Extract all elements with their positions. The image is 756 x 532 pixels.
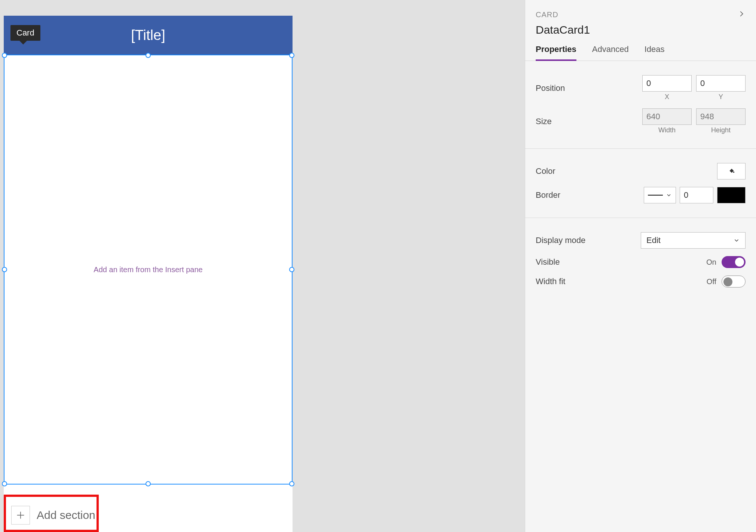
canvas-area: [Title] Card Add an item from the Insert… (0, 0, 525, 532)
border-style-line-icon (648, 195, 663, 196)
display-mode-dropdown[interactable]: Edit (641, 232, 746, 249)
visible-toggle[interactable] (722, 256, 746, 268)
width-fit-state-label: Off (707, 277, 716, 286)
datacard-selection[interactable]: Add an item from the Insert pane (4, 55, 293, 485)
fill-bucket-icon (727, 166, 735, 176)
chevron-right-icon[interactable] (737, 10, 746, 20)
card-title: [Title] (131, 27, 165, 43)
properties-panel: CARD DataCard1 Properties Advanced Ideas… (525, 0, 756, 532)
chevron-down-icon (733, 237, 740, 244)
width-fit-label: Width fit (536, 277, 565, 286)
add-section-button[interactable]: Add section (4, 497, 293, 532)
width-fit-toggle[interactable] (722, 276, 746, 287)
tab-properties[interactable]: Properties (536, 44, 576, 61)
resize-handle-middle-left[interactable] (2, 267, 7, 272)
border-width-input[interactable] (680, 187, 713, 203)
plus-icon (11, 506, 30, 525)
position-label: Position (536, 83, 565, 93)
tab-advanced[interactable]: Advanced (592, 44, 629, 61)
card-tooltip: Card (10, 25, 40, 41)
resize-handle-top-middle[interactable] (146, 53, 151, 58)
resize-handle-bottom-middle[interactable] (146, 481, 151, 486)
size-label: Size (536, 117, 552, 126)
size-width-input[interactable] (642, 108, 692, 125)
panel-control-name: DataCard1 (536, 24, 746, 36)
visible-state-label: On (706, 258, 716, 267)
panel-type-label: CARD (536, 10, 558, 19)
svg-point-2 (733, 172, 735, 173)
border-style-dropdown[interactable] (644, 187, 676, 203)
size-height-sublabel: Height (696, 126, 746, 134)
panel-tabs: Properties Advanced Ideas (525, 44, 756, 61)
size-width-sublabel: Width (642, 126, 692, 134)
display-mode-label: Display mode (536, 236, 585, 245)
position-y-sublabel: Y (696, 93, 746, 101)
resize-handle-middle-right[interactable] (289, 267, 294, 272)
color-picker-button[interactable] (717, 163, 746, 179)
visible-label: Visible (536, 257, 560, 267)
resize-handle-bottom-right[interactable] (289, 481, 294, 486)
position-y-input[interactable] (696, 75, 746, 92)
resize-handle-top-left[interactable] (2, 53, 7, 58)
resize-handle-top-right[interactable] (289, 53, 294, 58)
position-x-input[interactable] (642, 75, 692, 92)
datacard-placeholder: Add an item from the Insert pane (94, 265, 202, 274)
position-x-sublabel: X (642, 93, 692, 101)
resize-handle-bottom-left[interactable] (2, 481, 7, 486)
color-label: Color (536, 166, 555, 176)
card[interactable]: [Title] Card Add an item from the Insert… (4, 16, 293, 532)
size-height-input[interactable] (696, 108, 746, 125)
card-header: [Title] (4, 16, 293, 55)
chevron-down-icon (666, 192, 672, 198)
add-section-label: Add section (37, 509, 95, 522)
border-color-swatch[interactable] (717, 187, 746, 203)
border-label: Border (536, 190, 560, 200)
display-mode-value: Edit (646, 236, 661, 245)
tab-ideas[interactable]: Ideas (645, 44, 665, 61)
